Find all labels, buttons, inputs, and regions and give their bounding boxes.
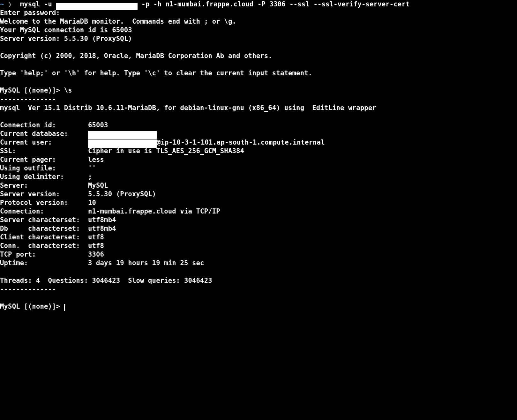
label: Db characterset: <box>0 224 88 233</box>
label: Current pager: <box>0 155 88 164</box>
command-pre: mysql -u <box>20 0 56 8</box>
server-version-banner: Server version: 5.5.30 (ProxySQL) <box>0 34 517 43</box>
blank <box>0 267 517 276</box>
value: utf8 <box>88 233 104 241</box>
blank <box>0 112 517 121</box>
status-server-charset: Server characterset: utf8mb4 <box>0 216 517 224</box>
tilde-icon: ~ <box>0 0 4 8</box>
status-current-user: Current user: @ip-10-3-1-101.ap-south-1.… <box>0 138 517 147</box>
status-outfile: Using outfile: '' <box>0 164 517 173</box>
value: less <box>88 156 104 163</box>
status-server: Server: MySQL <box>0 181 517 190</box>
label: Protocol version: <box>0 199 88 207</box>
value: ; <box>88 173 92 181</box>
status-delimiter: Using delimiter: ; <box>0 173 517 181</box>
mysql-prompt-1: MySQL [(none)]> \s <box>0 86 517 95</box>
label: Conn. characterset: <box>0 242 88 250</box>
label: Server: <box>0 181 88 190</box>
terminal[interactable]: ~ ❯ mysql -u -p -h n1-mumbai.frappe.clou… <box>0 0 517 311</box>
value: '' <box>88 164 96 172</box>
label: Using delimiter: <box>0 173 88 181</box>
shell-prompt-line: ~ ❯ mysql -u -p -h n1-mumbai.frappe.clou… <box>0 0 517 9</box>
label: Connection: <box>0 207 88 216</box>
status-server-version: Server version: 5.5.30 (ProxySQL) <box>0 190 517 199</box>
status-command: \s <box>64 86 72 94</box>
status-connection-id: Connection id: 65003 <box>0 121 517 130</box>
value: Cipher in use is TLS_AES_256_GCM_SHA384 <box>88 147 244 155</box>
value: n1-mumbai.frappe.cloud via TCP/IP <box>88 207 220 215</box>
help-hint: Type 'help;' or '\h' for help. Type '\c'… <box>0 69 517 78</box>
blank <box>0 294 517 302</box>
cursor-icon <box>64 304 65 311</box>
prompt-arrow-icon: ❯ <box>8 0 12 8</box>
redacted-database <box>88 131 157 139</box>
stats-line: Threads: 4 Questions: 3046423 Slow queri… <box>0 276 517 285</box>
value: utf8mb4 <box>88 216 116 224</box>
welcome: Welcome to the MariaDB monitor. Commands… <box>0 17 517 26</box>
value: @ip-10-3-1-101.ap-south-1.compute.intern… <box>157 139 325 146</box>
mysql-prompt-label: MySQL [(none)]> <box>0 86 64 94</box>
label: TCP port: <box>0 250 88 259</box>
copyright: Copyright (c) 2000, 2018, Oracle, MariaD… <box>0 52 517 60</box>
value: 5.5.30 (ProxySQL) <box>88 190 156 198</box>
value: utf8 <box>88 242 104 250</box>
value: 3 days 19 hours 19 min 25 sec <box>88 259 204 267</box>
status-db-charset: Db characterset: utf8mb4 <box>0 224 517 233</box>
blank <box>0 43 517 52</box>
client-version: mysql Ver 15.1 Distrib 10.6.11-MariaDB, … <box>0 104 517 112</box>
rule-top: -------------- <box>0 95 517 104</box>
mysql-prompt-label: MySQL [(none)]> <box>0 303 64 310</box>
blank <box>0 78 517 86</box>
label: Client characterset: <box>0 233 88 242</box>
value: utf8mb4 <box>88 225 116 232</box>
status-client-charset: Client characterset: utf8 <box>0 233 517 242</box>
redacted-username <box>56 3 138 10</box>
redacted-user <box>88 139 157 148</box>
status-ssl: SSL: Cipher in use is TLS_AES_256_GCM_SH… <box>0 147 517 155</box>
value: 3306 <box>88 251 104 258</box>
rule-bottom: -------------- <box>0 285 517 294</box>
label: Server version: <box>0 190 88 199</box>
status-pager: Current pager: less <box>0 155 517 164</box>
status-connection: Connection: n1-mumbai.frappe.cloud via T… <box>0 207 517 216</box>
connection-id: Your MySQL connection id is 65003 <box>0 26 517 34</box>
label: Server characterset: <box>0 216 88 224</box>
status-protocol-version: Protocol version: 10 <box>0 199 517 207</box>
enter-password: Enter password: <box>0 9 517 17</box>
label: Uptime: <box>0 259 88 267</box>
mysql-prompt-2[interactable]: MySQL [(none)]> <box>0 302 517 311</box>
label: Using outfile: <box>0 164 88 173</box>
blank <box>0 60 517 69</box>
label: Current database: <box>0 130 88 138</box>
label: SSL: <box>0 147 88 155</box>
command-post: -p -h n1-mumbai.frappe.cloud -P 3306 --s… <box>138 0 410 8</box>
label: Current user: <box>0 138 88 147</box>
label: Connection id: <box>0 121 88 130</box>
value: 65003 <box>88 121 108 129</box>
status-uptime: Uptime: 3 days 19 hours 19 min 25 sec <box>0 259 517 267</box>
status-conn-charset: Conn. characterset: utf8 <box>0 242 517 250</box>
value: 10 <box>88 199 96 206</box>
status-current-database: Current database: <box>0 130 517 138</box>
status-tcp-port: TCP port: 3306 <box>0 250 517 259</box>
value: MySQL <box>88 182 108 189</box>
